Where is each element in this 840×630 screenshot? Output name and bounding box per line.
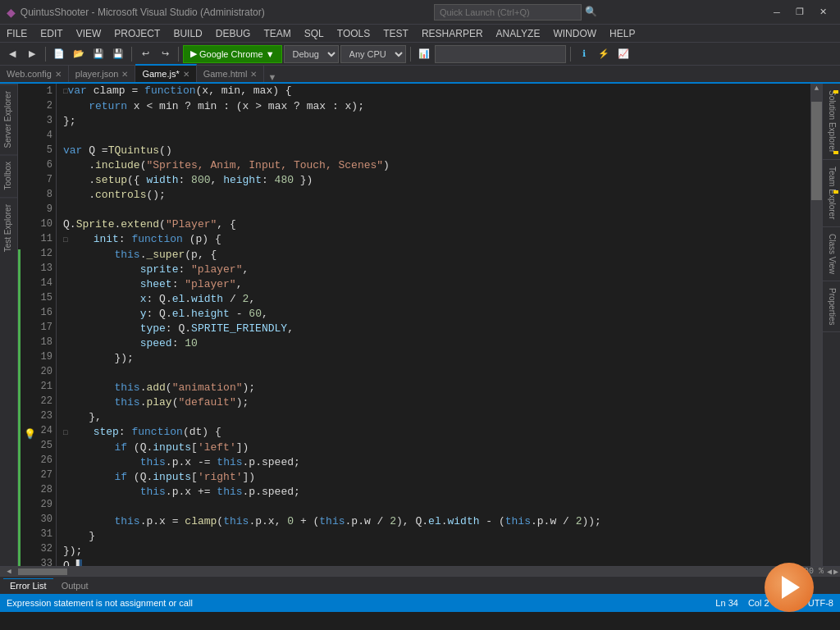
menu-resharper[interactable]: RESHARPER <box>415 25 490 42</box>
code-editor[interactable]: □var clamp = function(x, min, max) { ret… <box>57 84 810 566</box>
menu-debug[interactable]: DEBUG <box>209 25 258 42</box>
bottom-tabs: Error List Output <box>0 576 840 594</box>
scroll-up-button[interactable]: ▲ <box>811 84 822 94</box>
tab-gamehtml[interactable]: Game.html ✕ <box>197 66 265 82</box>
minimize-button[interactable]: ─ <box>766 4 788 21</box>
zoom-increase[interactable]: ▶ <box>832 567 840 577</box>
left-panel: Server Explorer Toolbox Test Explorer <box>0 84 18 566</box>
run-label: Google Chrome <box>199 49 263 59</box>
scroll-thumb[interactable] <box>811 102 822 200</box>
status-left: Expression statement is not assignment o… <box>7 598 193 608</box>
right-panel: Solution Explorer Team Explorer Class Vi… <box>822 84 840 566</box>
vertical-scrollbar[interactable]: ▲ ▼ <box>810 84 822 566</box>
toolbar-separator-4 <box>410 47 411 62</box>
config-dropdown[interactable]: Debug <box>284 45 339 63</box>
redo-button[interactable]: ↪ <box>156 45 174 63</box>
vs-logo: ◆ <box>7 3 16 21</box>
tab-gamejs-close[interactable]: ✕ <box>183 70 189 79</box>
tab-playerjson[interactable]: player.json ✕ <box>69 66 136 82</box>
pluralsight-logo <box>756 563 822 612</box>
tab-webconfig[interactable]: Web.config ✕ <box>0 66 69 82</box>
tab-gamejs[interactable]: Game.js* ✕ <box>135 64 196 82</box>
menu-tools[interactable]: TOOLS <box>331 25 377 42</box>
menu-file[interactable]: FILE <box>0 25 34 42</box>
perf-button[interactable]: ⚡ <box>595 45 613 63</box>
undo-button[interactable]: ↩ <box>136 45 154 63</box>
editor-area: 💡 12345 678910 1112131415 1617181920 212… <box>18 84 822 566</box>
menu-help[interactable]: HELP <box>603 25 641 42</box>
tab-gamejs-label: Game.js* <box>142 69 179 79</box>
warning-marker-2 <box>833 151 838 154</box>
scroll-left-button[interactable]: ◀ <box>0 567 18 577</box>
close-button[interactable]: ✕ <box>812 4 833 21</box>
run-button[interactable]: ▶ Google Chrome ▼ <box>183 45 282 63</box>
tab-overflow-button[interactable]: ▼ <box>264 72 280 82</box>
tab-error-list[interactable]: Error List <box>3 578 53 592</box>
tab-webconfig-close[interactable]: ✕ <box>55 70 62 79</box>
quick-launch-area: 🔍 <box>434 4 597 21</box>
menu-project[interactable]: PROJECT <box>107 25 167 42</box>
platform-dropdown[interactable]: Any CPU <box>340 45 406 63</box>
maximize-button[interactable]: ❐ <box>789 4 810 21</box>
menu-bar: FILE EDIT VIEW PROJECT BUILD DEBUG TEAM … <box>0 25 840 43</box>
tab-gamehtml-label: Game.html <box>203 69 248 79</box>
save-button[interactable]: 💾 <box>89 45 107 63</box>
menu-sql[interactable]: SQL <box>298 25 331 42</box>
code-container[interactable]: 💡 12345 678910 1112131415 1617181920 212… <box>18 84 822 566</box>
toolbar-separator-2 <box>131 47 132 62</box>
new-button[interactable]: 📄 <box>50 45 68 63</box>
back-button[interactable]: ◀ <box>3 45 21 63</box>
status-bar: Expression statement is not assignment o… <box>0 594 840 612</box>
gutter-indicators: 💡 <box>18 84 28 566</box>
title-bar: ◆ QuintusShooter - Microsoft Visual Stud… <box>0 0 840 25</box>
find-input[interactable] <box>435 45 566 63</box>
ps-play-icon <box>782 576 800 599</box>
sidebar-item-server-explorer[interactable]: Server Explorer <box>0 84 17 154</box>
window-title: QuintusShooter - Microsoft Visual Studio… <box>21 7 265 18</box>
menu-team[interactable]: TEAM <box>257 25 297 42</box>
menu-analyze[interactable]: ANALYZE <box>490 25 547 42</box>
ps-circle <box>765 563 814 612</box>
menu-view[interactable]: VIEW <box>70 25 108 42</box>
tab-webconfig-label: Web.config <box>7 69 52 79</box>
tab-bar: Web.config ✕ player.json ✕ Game.js* ✕ Ga… <box>0 66 840 84</box>
tab-playerjson-close[interactable]: ✕ <box>121 70 128 79</box>
menu-build[interactable]: BUILD <box>167 25 208 42</box>
save-all-button[interactable]: 💾 <box>109 45 127 63</box>
h-scroll-track[interactable] <box>18 568 778 575</box>
open-button[interactable]: 📂 <box>70 45 88 63</box>
horizontal-scrollbar[interactable]: ◀ ▶ 100 % ◀ ▶ <box>0 566 840 576</box>
line-number: Ln 34 <box>715 598 738 608</box>
menu-test[interactable]: TEST <box>377 25 415 42</box>
toolbar-separator-3 <box>178 47 179 62</box>
sidebar-item-solution-explorer[interactable]: Solution Explorer <box>823 84 840 160</box>
warning-marker-3 <box>833 190 838 194</box>
warning-marker <box>833 90 838 94</box>
main-layout: Server Explorer Toolbox Test Explorer <box>0 84 840 566</box>
forward-button[interactable]: ▶ <box>23 45 41 63</box>
toolbar-separator-5 <box>570 47 571 62</box>
h-scroll-thumb[interactable] <box>18 568 67 575</box>
error-message: Expression statement is not assignment o… <box>7 598 193 608</box>
window-controls: ─ ❐ ✕ <box>766 4 833 21</box>
quick-launch-input[interactable] <box>434 4 582 21</box>
menu-window[interactable]: WINDOW <box>546 25 603 42</box>
info-button[interactable]: ℹ <box>575 45 593 63</box>
sidebar-item-test-explorer[interactable]: Test Explorer <box>0 197 17 258</box>
sidebar-item-properties[interactable]: Properties <box>823 281 840 333</box>
bulb-icon[interactable]: 💡 <box>24 428 36 441</box>
line-numbers: 12345 678910 1112131415 1617181920 21222… <box>28 84 57 566</box>
toolbar: ◀ ▶ 📄 📂 💾 💾 ↩ ↪ ▶ Google Chrome ▼ Debug … <box>0 43 840 66</box>
tab-output[interactable]: Output <box>55 579 95 592</box>
chart-button[interactable]: 📈 <box>614 45 632 63</box>
run-dropdown-icon: ▼ <box>266 49 275 59</box>
sidebar-item-toolbox[interactable]: Toolbox <box>0 154 17 196</box>
menu-edit[interactable]: EDIT <box>34 25 69 42</box>
run-play-icon: ▶ <box>190 48 197 59</box>
diag-button[interactable]: 📊 <box>415 45 433 63</box>
sidebar-item-class-view[interactable]: Class View <box>823 227 840 281</box>
tab-gamehtml-close[interactable]: ✕ <box>250 70 257 79</box>
toolbar-separator-1 <box>45 47 46 62</box>
tab-playerjson-label: player.json <box>75 69 119 79</box>
search-icon: 🔍 <box>585 6 597 18</box>
